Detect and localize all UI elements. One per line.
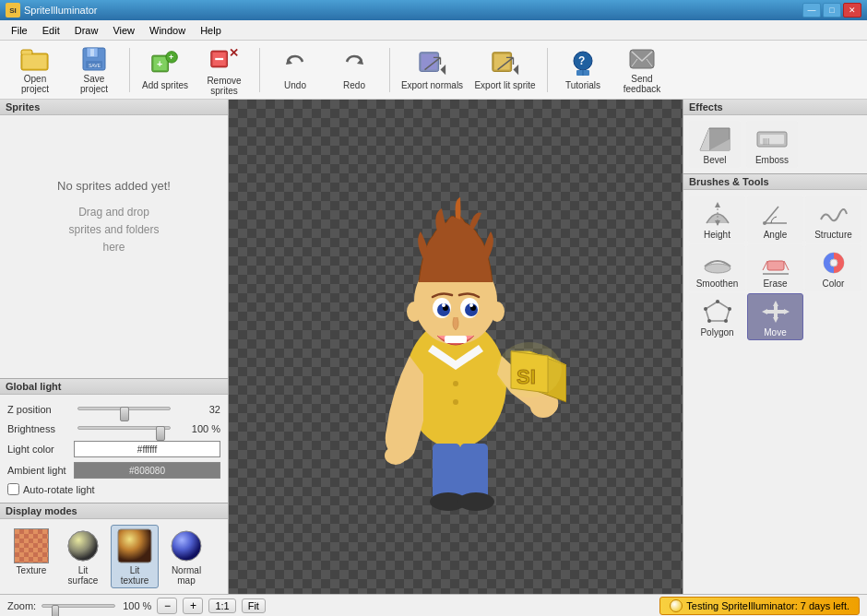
- menu-help[interactable]: Help: [193, 23, 229, 38]
- tutorials-label: Tutorials: [565, 80, 600, 90]
- svg-point-61: [385, 446, 407, 465]
- svg-point-95: [724, 319, 728, 323]
- autorotate-checkbox[interactable]: [7, 483, 19, 495]
- svg-marker-99: [773, 317, 778, 323]
- export-lit-sprite-icon: [491, 49, 520, 78]
- sprites-empty-area[interactable]: No sprites added yet! Drag and drop spri…: [0, 115, 228, 318]
- left-panel: Sprites No sprites added yet! Drag and d…: [0, 100, 229, 594]
- display-mode-lit-texture[interactable]: Littexture: [111, 525, 159, 588]
- zoom-value: 100 %: [123, 600, 151, 611]
- height-brush-button[interactable]: Height: [689, 195, 745, 243]
- ambient-light-row: Ambient light #808080: [7, 462, 220, 479]
- remove-sprites-button[interactable]: Remove sprites: [196, 44, 252, 96]
- send-feedback-button[interactable]: Send feedback: [614, 44, 670, 96]
- maximize-button[interactable]: □: [823, 3, 841, 18]
- open-project-button[interactable]: Open project: [7, 44, 63, 96]
- bevel-effect-button[interactable]: Bevel: [689, 121, 741, 168]
- export-lit-sprite-button[interactable]: Export lit sprite: [470, 44, 540, 96]
- global-light-section: Global light Z position 32 Brightness 1: [0, 379, 228, 503]
- zoom-in-button[interactable]: +: [183, 598, 203, 614]
- menu-view[interactable]: View: [105, 23, 142, 38]
- add-sprites-button[interactable]: + + Add sprites: [137, 44, 193, 96]
- menu-window[interactable]: Window: [142, 23, 193, 38]
- color-brush-button[interactable]: Color: [805, 244, 861, 291]
- autorotate-label: Auto-rotate light: [23, 484, 95, 495]
- lit-texture-mode-label: Littexture: [121, 565, 149, 586]
- redo-button[interactable]: Redo: [327, 44, 382, 96]
- ambient-light-swatch[interactable]: #808080: [74, 462, 220, 479]
- svg-point-50: [490, 302, 505, 322]
- sprite-display: SI: [345, 172, 566, 522]
- minimize-button[interactable]: —: [802, 3, 821, 18]
- canvas-area[interactable]: SI: [229, 100, 683, 594]
- toolbar-separator-3: [389, 48, 390, 92]
- sprites-section-header: Sprites: [0, 100, 228, 115]
- z-position-row: Z position 32: [7, 402, 220, 417]
- brightness-slider[interactable]: [77, 421, 171, 436]
- svg-point-49: [407, 302, 422, 322]
- erase-brush-button[interactable]: Erase: [747, 244, 803, 291]
- erase-label: Erase: [763, 278, 787, 289]
- zoom-track: [42, 604, 115, 608]
- zoom-thumb[interactable]: [52, 605, 59, 617]
- z-position-value: 32: [174, 404, 220, 415]
- svg-point-93: [716, 300, 719, 303]
- brightness-thumb[interactable]: [156, 426, 165, 441]
- smoothen-brush-button[interactable]: Smoothen: [689, 244, 745, 291]
- polygon-label: Polygon: [700, 327, 733, 338]
- display-modes-header: Display modes: [0, 503, 228, 519]
- svg-point-37: [172, 531, 201, 561]
- emboss-effect-button[interactable]: |||| Emboss: [746, 121, 798, 168]
- add-sprites-icon: + +: [150, 49, 180, 78]
- zoom-1to1-button[interactable]: 1:1: [208, 598, 235, 613]
- ambient-light-label: Ambient light: [7, 465, 74, 476]
- toolbar: Open project SAVE Save project + +: [0, 41, 867, 100]
- save-project-button[interactable]: SAVE Save project: [66, 44, 122, 96]
- menu-file[interactable]: File: [4, 23, 35, 38]
- send-feedback-label: Send feedback: [617, 74, 667, 94]
- menu-draw[interactable]: Draw: [67, 23, 106, 38]
- svg-rect-6: [90, 49, 94, 56]
- zoom-out-button[interactable]: −: [157, 598, 177, 614]
- save-icon: SAVE: [79, 46, 109, 72]
- app-icon: SI: [6, 3, 20, 18]
- lit-surface-mode-icon: [65, 528, 101, 563]
- light-color-swatch[interactable]: #ffffff: [74, 441, 220, 457]
- display-mode-lit-surface[interactable]: Litsurface: [59, 525, 107, 588]
- angle-brush-button[interactable]: Angle: [747, 195, 803, 243]
- zoom-fit-button[interactable]: Fit: [242, 598, 266, 613]
- menu-edit[interactable]: Edit: [35, 23, 67, 38]
- z-position-slider[interactable]: [77, 402, 171, 417]
- close-button[interactable]: ✕: [843, 3, 861, 18]
- undo-label: Undo: [284, 80, 306, 90]
- structure-label: Structure: [814, 230, 852, 240]
- export-normals-button[interactable]: Export normals: [398, 44, 467, 96]
- structure-icon: [817, 200, 850, 228]
- trial-text: Testing SpriteIlluminator: 7 days left.: [686, 600, 849, 611]
- structure-brush-button[interactable]: Structure: [805, 195, 861, 243]
- send-feedback-icon: [627, 46, 657, 72]
- polygon-brush-button[interactable]: Polygon: [689, 293, 745, 340]
- remove-sprites-label: Remove sprites: [199, 76, 249, 96]
- window-controls: — □ ✕: [802, 3, 861, 18]
- zoom-slider[interactable]: [42, 598, 115, 613]
- svg-text:SAVE: SAVE: [89, 63, 101, 68]
- move-label: Move: [764, 327, 786, 338]
- svg-line-88: [763, 261, 767, 270]
- tutorials-button[interactable]: ? Tutorials: [555, 44, 611, 96]
- move-tool-button[interactable]: Move: [747, 293, 803, 340]
- z-position-thumb[interactable]: [120, 407, 129, 421]
- undo-button[interactable]: Undo: [267, 44, 323, 96]
- svg-point-84: [763, 221, 766, 225]
- export-normals-label: Export normals: [401, 80, 463, 90]
- right-panel: Effects Bevel: [683, 100, 867, 594]
- brushes-tools-header: Brushes & Tools: [683, 174, 867, 190]
- display-mode-normal-map[interactable]: Normalmap: [162, 525, 210, 588]
- sprites-empty-main: No sprites added yet!: [57, 177, 171, 196]
- display-mode-texture[interactable]: Texture: [7, 525, 55, 588]
- svg-marker-25: [513, 65, 518, 75]
- svg-point-56: [497, 342, 562, 397]
- light-color-label: Light color: [7, 444, 74, 455]
- status-bar: Zoom: 100 % − + 1:1 Fit Testing SpriteIl…: [0, 594, 867, 616]
- svg-point-63: [453, 399, 458, 405]
